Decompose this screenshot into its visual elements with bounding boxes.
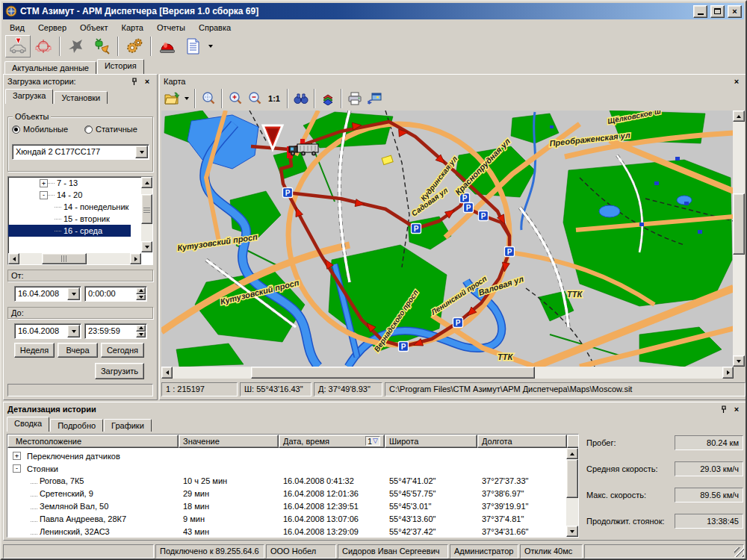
to-date-dropdown[interactable] bbox=[67, 325, 80, 337]
collapse-icon[interactable]: - bbox=[40, 191, 48, 199]
column-header-latitude[interactable]: Широта bbox=[385, 435, 477, 448]
title-bar[interactable]: СТМ Азимут - АРМ Диспетчера [Версия 1.0 … bbox=[3, 3, 744, 19]
today-button[interactable]: Сегодня bbox=[101, 343, 144, 358]
group-row-stops[interactable]: - Стоянки bbox=[8, 462, 577, 475]
scroll-up-button[interactable] bbox=[141, 177, 152, 188]
tree-vscroll-thumb[interactable] bbox=[141, 194, 152, 224]
scale-1-1-button[interactable]: 1:1 bbox=[264, 90, 284, 108]
scroll-left-button[interactable] bbox=[161, 367, 173, 379]
menu-server[interactable]: Сервер bbox=[31, 22, 73, 34]
parking-marker[interactable]: P bbox=[464, 203, 474, 213]
parking-marker[interactable]: P bbox=[479, 211, 489, 221]
tree-item-week2[interactable]: - 14 - 20 bbox=[8, 189, 152, 201]
scroll-right-button[interactable] bbox=[130, 253, 141, 264]
map-hscroll-thumb[interactable] bbox=[251, 367, 535, 379]
alarms-button[interactable] bbox=[155, 35, 180, 57]
pin-button[interactable] bbox=[128, 76, 140, 87]
scroll-down-button[interactable] bbox=[141, 241, 152, 252]
expand-icon[interactable]: + bbox=[13, 452, 21, 460]
scroll-left-button[interactable] bbox=[8, 253, 19, 264]
to-date-picker[interactable]: 16.04.2008 bbox=[14, 323, 81, 339]
from-time-spinner[interactable]: 0:00:00 bbox=[84, 286, 147, 302]
vehicle-select-button[interactable] bbox=[135, 146, 148, 158]
map-vscrollbar[interactable] bbox=[733, 111, 745, 367]
tab-summary[interactable]: Сводка bbox=[7, 417, 49, 432]
scroll-up-button[interactable] bbox=[566, 448, 578, 459]
reports-button[interactable] bbox=[180, 35, 205, 57]
minimize-button[interactable] bbox=[693, 5, 707, 18]
column-header-longitude[interactable]: Долгота bbox=[477, 435, 567, 448]
settings-button[interactable] bbox=[122, 35, 147, 57]
menu-help[interactable]: Справка bbox=[192, 22, 238, 34]
to-time-spinner[interactable]: 23:59:59 bbox=[84, 323, 147, 339]
week-button[interactable]: Неделя bbox=[14, 343, 55, 358]
track-vehicle-button[interactable] bbox=[5, 35, 31, 57]
parking-marker[interactable]: P bbox=[399, 342, 409, 352]
close-map-button[interactable]: × bbox=[731, 76, 743, 87]
tree-hscroll-thumb[interactable] bbox=[42, 253, 87, 264]
pin-button[interactable] bbox=[717, 404, 729, 414]
tab-detailed[interactable]: Подробно bbox=[50, 419, 103, 432]
open-map-dropdown[interactable] bbox=[182, 90, 191, 108]
find-button[interactable] bbox=[291, 90, 311, 108]
resize-grip[interactable] bbox=[734, 547, 744, 557]
tree-hscrollbar[interactable] bbox=[8, 253, 141, 264]
maximize-button[interactable] bbox=[710, 5, 725, 18]
scroll-right-button[interactable] bbox=[722, 367, 734, 379]
time-up-button[interactable] bbox=[136, 287, 146, 294]
parking-marker[interactable]: P bbox=[505, 247, 515, 257]
parking-marker[interactable]: P bbox=[453, 318, 463, 328]
tab-load[interactable]: Загрузка bbox=[5, 89, 53, 104]
from-date-picker[interactable]: 16.04.2008 bbox=[14, 286, 81, 302]
tab-setup[interactable]: Установки bbox=[54, 91, 108, 104]
menu-view[interactable]: Вид bbox=[3, 22, 31, 34]
time-down-button[interactable] bbox=[136, 332, 146, 338]
table-row[interactable]: Рогова, 7К5 10 ч 25 мин 16.04.2008 0:41:… bbox=[8, 475, 577, 488]
reports-dropdown-button[interactable] bbox=[205, 35, 216, 57]
tab-graphs[interactable]: Графики bbox=[104, 419, 152, 432]
export-map-button[interactable] bbox=[365, 90, 384, 108]
connection-button[interactable] bbox=[89, 35, 114, 57]
tab-actual-data[interactable]: Актуальные данные bbox=[4, 61, 96, 74]
table-vscroll-thumb[interactable] bbox=[566, 459, 578, 498]
tree-vscrollbar[interactable] bbox=[141, 177, 152, 252]
open-map-button[interactable] bbox=[162, 90, 182, 108]
table-vscrollbar[interactable] bbox=[566, 448, 578, 537]
vehicle-select[interactable]: Хюндай 2 С177СС177 bbox=[12, 144, 149, 160]
column-header-value[interactable]: Значение bbox=[179, 435, 279, 448]
scroll-down-button[interactable] bbox=[733, 355, 745, 367]
menu-object[interactable]: Объект bbox=[73, 22, 114, 34]
close-panel-button[interactable]: × bbox=[141, 76, 153, 87]
table-row[interactable]: Сретенский, 9 29 мин 16.04.2008 12:01:36… bbox=[8, 488, 577, 500]
radio-static-option[interactable]: Статичные bbox=[84, 125, 137, 134]
scroll-up-button[interactable] bbox=[733, 111, 745, 122]
locate-vehicle-button[interactable] bbox=[31, 35, 56, 57]
parking-marker[interactable]: P bbox=[412, 224, 421, 234]
column-header-location[interactable]: Местоположение bbox=[7, 435, 179, 448]
menu-map[interactable]: Карта bbox=[115, 22, 150, 34]
expand-icon[interactable]: + bbox=[40, 179, 48, 187]
layers-button[interactable] bbox=[318, 90, 338, 108]
table-row[interactable]: Ленинский, 32АС3 43 мин 16.04.2008 13:29… bbox=[8, 526, 577, 538]
zoom-out-button[interactable] bbox=[245, 90, 264, 108]
scroll-down-button[interactable] bbox=[566, 526, 578, 537]
time-down-button[interactable] bbox=[136, 294, 146, 301]
summary-table[interactable]: Местоположение Значение 1▽ Дата, время Ш… bbox=[7, 434, 579, 538]
menu-reports[interactable]: Отчеты bbox=[150, 22, 192, 34]
load-button[interactable]: Загрузить bbox=[95, 363, 144, 379]
object-card-button[interactable] bbox=[63, 35, 89, 57]
map-vscroll-thumb[interactable] bbox=[733, 193, 745, 255]
zoom-in-button[interactable] bbox=[226, 90, 245, 108]
dates-tree[interactable]: + 7 - 13 - 14 - 20 14 - понедельник 15 -… bbox=[7, 176, 153, 265]
close-button[interactable]: × bbox=[728, 5, 742, 18]
tab-history[interactable]: История bbox=[97, 59, 144, 74]
collapse-icon[interactable]: - bbox=[13, 464, 21, 473]
group-row-sensors[interactable]: + Переключения датчиков bbox=[8, 449, 577, 462]
yesterday-button[interactable]: Вчера bbox=[58, 343, 98, 358]
print-button[interactable] bbox=[345, 90, 365, 108]
map-hscrollbar[interactable] bbox=[161, 367, 734, 379]
tree-item-day16-selected[interactable]: 16 - среда bbox=[8, 225, 131, 237]
zoom-window-button[interactable] bbox=[199, 90, 218, 108]
parking-marker[interactable]: P bbox=[283, 188, 293, 198]
tree-item-week1[interactable]: + 7 - 13 bbox=[8, 177, 152, 189]
